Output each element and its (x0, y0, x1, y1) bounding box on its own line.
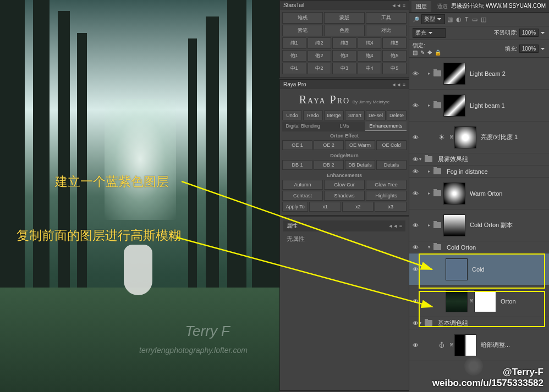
panel-close-icon[interactable]: ◄◄ ≡ (391, 3, 405, 8)
stars-btn[interactable]: 中2 (308, 63, 332, 74)
stars-btn[interactable]: 素笔 (282, 25, 323, 36)
link-icon[interactable]: ⌘ (449, 135, 454, 140)
stars-btn[interactable]: 中4 (358, 63, 382, 74)
disclosure-icon[interactable]: ▸ (428, 191, 433, 196)
layer-thumb[interactable] (446, 258, 468, 280)
layer-mask-thumb[interactable] (443, 183, 465, 205)
layer-orton[interactable]: 👁 ⌘ Orton (409, 285, 549, 317)
stars-btn[interactable]: 饱5 (382, 50, 407, 62)
layer-mask-thumb[interactable] (474, 290, 496, 312)
visibility-icon[interactable]: 👁 (411, 320, 419, 327)
layer-name[interactable]: Warm Orton (466, 190, 547, 197)
layer-dark-adjust[interactable]: 👁 ⦽ ⌘ 暗部调整... (409, 329, 549, 361)
tab-layers[interactable]: 图层 (411, 1, 431, 12)
lock-pixels-icon[interactable]: ✎ (420, 49, 425, 56)
blend-mode-dropdown[interactable]: 柔光 ⏷ (413, 28, 446, 38)
filter-type-icon[interactable]: T (465, 16, 469, 23)
stars-btn[interactable]: 纯5 (382, 37, 407, 49)
layer-name[interactable]: 晨雾效果组 (435, 155, 547, 163)
layer-name[interactable]: Light beam 1 (466, 102, 547, 109)
layer-morning-fog-group[interactable]: 👁 ▾ 晨雾效果组 (409, 153, 549, 165)
visibility-icon[interactable]: 👁 (411, 156, 419, 163)
layer-light-beam-1[interactable]: 👁 ▸ Light beam 1 (409, 90, 549, 122)
apply-x1[interactable]: x1 (309, 202, 341, 212)
filter-pixel-icon[interactable]: ▧ (447, 16, 453, 23)
delete-button[interactable]: Delete (387, 111, 407, 120)
tab-channels[interactable]: 通道 (432, 1, 452, 12)
stars-btn[interactable]: 纯3 (332, 37, 356, 49)
layer-mask-thumb[interactable] (443, 63, 465, 85)
layer-mask-thumb[interactable] (443, 214, 465, 236)
layer-cold-orton-group[interactable]: 👁 ▾ Cold Orton (409, 241, 549, 253)
layer-mask-thumb[interactable] (454, 126, 476, 148)
tab-lms[interactable]: LMs (323, 122, 365, 131)
details-button[interactable]: Details (376, 160, 407, 170)
stars-btn[interactable]: 堆栈 (282, 12, 323, 24)
stars-btn[interactable]: 色差 (324, 25, 365, 36)
panel-close-icon[interactable]: ◄◄ ≡ (391, 82, 405, 87)
layer-fog-in-distance[interactable]: 👁 ▸ Fog in distance (409, 165, 549, 178)
fill-value[interactable]: 100% (519, 45, 539, 53)
shadows-button[interactable]: Shadows (324, 191, 365, 201)
apply-x3[interactable]: x3 (375, 202, 407, 212)
lock-transparent-icon[interactable]: ▧ (413, 49, 418, 56)
stars-btn[interactable]: 蒙版 (324, 12, 365, 24)
canvas-area[interactable]: 建立一个蓝紫色图层 复制前面的图层进行高斯模糊 Terry F terryfen… (0, 0, 279, 392)
layer-thumb[interactable] (446, 290, 468, 312)
disclosure-icon[interactable]: ▾ (419, 321, 425, 325)
stars-btn[interactable]: 中1 (282, 63, 306, 74)
stars-btn[interactable]: 饱3 (332, 50, 356, 62)
layer-name[interactable]: Cold Orton (443, 244, 547, 251)
filter-adjust-icon[interactable]: ◐ (456, 16, 462, 23)
stars-btn[interactable]: 饱4 (358, 50, 382, 62)
link-icon[interactable]: ⌘ (469, 299, 474, 303)
stars-btn[interactable]: 对比 (366, 25, 407, 36)
visibility-icon[interactable]: 👁 (411, 298, 419, 305)
visibility-icon[interactable]: 👁 (411, 190, 419, 197)
oe-warm-button[interactable]: OE Warm (345, 140, 375, 150)
layer-base-tone-group[interactable]: 👁 ▾ 基本调色组 (409, 317, 549, 329)
highlights-button[interactable]: Highlights (366, 191, 407, 201)
tab-digital-blending[interactable]: Digital Blending (282, 122, 323, 131)
stars-btn[interactable]: 中5 (382, 63, 407, 74)
layer-mask-thumb[interactable] (443, 95, 465, 117)
visibility-icon[interactable]: 👁 (411, 266, 419, 273)
lock-position-icon[interactable]: ✥ (427, 49, 432, 56)
visibility-icon[interactable]: 👁 (411, 102, 419, 109)
apply-x2[interactable]: x2 (342, 202, 374, 212)
glow-free-button[interactable]: Glow Free (366, 180, 407, 190)
visibility-icon[interactable]: 👁 (411, 244, 419, 251)
filter-smart-icon[interactable]: ◫ (481, 16, 486, 23)
layer-cold-orton-copy[interactable]: 👁 ▸ Cold Orton 副本 (409, 209, 549, 241)
oe-cold-button[interactable]: OE Cold (376, 140, 407, 150)
layer-name[interactable]: Fog in distance (443, 168, 547, 175)
panel-close-icon[interactable]: ◄◄ ≡ (388, 223, 402, 229)
filter-shape-icon[interactable]: ▭ (472, 16, 477, 23)
disclosure-icon[interactable]: ▾ (428, 245, 433, 250)
filter-kind-icon[interactable]: 🔎 (413, 16, 419, 23)
disclosure-icon[interactable]: ▸ (428, 103, 433, 108)
disclosure-icon[interactable]: ▸ (428, 71, 433, 76)
lock-all-icon[interactable]: 🔒 (435, 49, 441, 56)
db1-button[interactable]: DB 1 (282, 160, 312, 170)
opacity-value[interactable]: 100% (519, 29, 539, 37)
redo-button[interactable]: Redo (303, 111, 323, 120)
undo-button[interactable]: Undo (282, 111, 302, 120)
stars-btn[interactable]: 饱2 (308, 50, 332, 62)
visibility-icon[interactable]: 👁 (411, 222, 419, 229)
db-details-button[interactable]: DB Details (345, 160, 375, 170)
glow-cur-button[interactable]: Glow Cur (324, 180, 365, 190)
layer-cold[interactable]: 👁 Cold (409, 253, 549, 285)
db2-button[interactable]: DB 2 (314, 160, 344, 170)
layer-name[interactable]: 亮度/对比度 1 (477, 133, 547, 141)
contrast-button[interactable]: Contrast (282, 191, 323, 201)
oe1-button[interactable]: OE 1 (282, 140, 312, 150)
visibility-icon[interactable]: 👁 (411, 168, 419, 175)
visibility-icon[interactable]: 👁 (411, 134, 419, 141)
visibility-icon[interactable]: 👁 (411, 70, 419, 77)
stars-btn[interactable]: 纯1 (282, 37, 306, 49)
desel-button[interactable]: De-sel (366, 111, 386, 120)
stars-btn[interactable]: 饱1 (282, 50, 306, 62)
filter-kind-dropdown[interactable]: 类型 ⏷ (421, 14, 445, 24)
layer-brightness-contrast[interactable]: 👁 ☀ ⌘ 亮度/对比度 1 (409, 122, 549, 153)
